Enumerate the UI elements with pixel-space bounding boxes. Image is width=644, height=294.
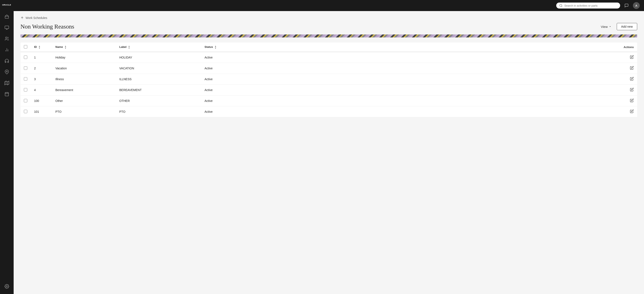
row-select-checkbox[interactable] — [24, 55, 27, 59]
users-icon — [4, 36, 9, 41]
table-row: 1 Holiday HOLIDAY Active — [20, 52, 637, 63]
col-header-checkbox — [20, 42, 31, 52]
name-sort-icon[interactable]: ▲▼ — [64, 45, 66, 49]
breadcrumb[interactable]: Work Schedules — [20, 16, 637, 19]
row-label: HOLIDAY — [116, 52, 201, 63]
col-header-label[interactable]: Label ▲▼ — [116, 42, 201, 52]
row-select-checkbox[interactable] — [24, 77, 27, 81]
row-checkbox-cell — [20, 85, 31, 96]
col-header-id[interactable]: ID ▲▼ — [31, 42, 52, 52]
row-label: ILLNESS — [116, 74, 201, 85]
edit-button[interactable] — [630, 56, 634, 60]
oracle-logo: ORACLE — [0, 0, 14, 10]
location-icon — [4, 70, 9, 74]
row-id: 100 — [31, 96, 52, 106]
row-id: 1 — [31, 52, 52, 63]
sidebar-nav — [0, 10, 14, 99]
row-checkbox-cell — [20, 63, 31, 74]
row-status: Active — [201, 85, 254, 96]
svg-line-19 — [562, 6, 562, 7]
row-label: PTO — [116, 106, 201, 117]
row-name: Bereavement — [52, 85, 116, 96]
main-area: A Work Schedules Non Working Reasons Vie… — [14, 0, 644, 294]
sidebar-item-home[interactable] — [2, 11, 12, 22]
svg-rect-1 — [5, 16, 9, 18]
row-select-checkbox[interactable] — [24, 88, 27, 92]
row-status: Active — [201, 96, 254, 106]
search-icon — [559, 4, 562, 7]
row-actions — [254, 106, 637, 117]
sidebar-item-monitor[interactable] — [2, 22, 12, 33]
table-row: 3 Illness ILLNESS Active — [20, 74, 637, 85]
search-input[interactable] — [564, 4, 617, 7]
edit-icon — [630, 99, 634, 102]
status-sort-icon[interactable]: ▲▼ — [214, 45, 216, 49]
row-id: 101 — [31, 106, 52, 117]
row-actions — [254, 74, 637, 85]
row-name: Other — [52, 96, 116, 106]
row-id: 2 — [31, 63, 52, 74]
row-label: OTHER — [116, 96, 201, 106]
table-row: 4 Bereavement BEREAVEMENT Active — [20, 85, 637, 96]
row-name: PTO — [52, 106, 116, 117]
oracle-logo-svg: ORACLE — [2, 3, 12, 7]
svg-point-18 — [560, 4, 562, 6]
col-header-name[interactable]: Name ▲▼ — [52, 42, 116, 52]
svg-marker-10 — [5, 81, 9, 85]
table-row: 2 Vacation VACATION Active — [20, 63, 637, 74]
table-header-row: ID ▲▼ Name ▲▼ Label ▲▼ Status — [20, 42, 637, 52]
svg-text:ORACLE: ORACLE — [2, 3, 11, 6]
edit-icon — [630, 109, 634, 113]
sidebar-item-chart[interactable] — [2, 45, 12, 55]
sidebar: ORACLE — [0, 0, 14, 294]
edit-button[interactable] — [630, 78, 634, 81]
avatar[interactable]: A — [633, 2, 640, 9]
sidebar-item-location[interactable] — [2, 67, 12, 77]
sidebar-item-settings[interactable] — [2, 281, 12, 292]
add-new-button[interactable]: Add new — [617, 23, 637, 30]
search-box[interactable] — [556, 2, 620, 8]
col-header-actions: Actions — [254, 42, 637, 52]
breadcrumb-label: Work Schedules — [26, 16, 47, 19]
row-status: Active — [201, 106, 254, 117]
sidebar-item-calendar[interactable] — [2, 89, 12, 99]
sidebar-item-headset[interactable] — [2, 56, 12, 66]
svg-point-17 — [6, 286, 8, 287]
row-actions — [254, 96, 637, 106]
row-id: 4 — [31, 85, 52, 96]
col-header-status[interactable]: Status ▲▼ — [201, 42, 254, 52]
headset-icon — [4, 58, 9, 63]
sidebar-item-map[interactable] — [2, 78, 12, 88]
row-select-checkbox[interactable] — [24, 110, 27, 113]
id-sort-icon[interactable]: ▲▼ — [38, 45, 40, 49]
row-checkbox-cell — [20, 96, 31, 106]
row-status: Active — [201, 63, 254, 74]
row-select-checkbox[interactable] — [24, 99, 27, 102]
view-button[interactable]: View — [598, 23, 614, 30]
messages-icon-button[interactable] — [623, 2, 630, 9]
row-label: BEREAVEMENT — [116, 85, 201, 96]
edit-button[interactable] — [630, 110, 634, 114]
label-sort-icon[interactable]: ▲▼ — [128, 45, 130, 49]
row-name: Holiday — [52, 52, 116, 63]
edit-icon — [630, 77, 634, 81]
table-body: 1 Holiday HOLIDAY Active 2 Vacation VACA… — [20, 52, 637, 117]
edit-icon — [630, 55, 634, 59]
select-all-checkbox[interactable] — [24, 45, 27, 48]
content-area: Work Schedules Non Working Reasons View … — [14, 11, 644, 294]
edit-button[interactable] — [630, 67, 634, 70]
edit-button[interactable] — [630, 89, 634, 92]
row-status: Active — [201, 52, 254, 63]
home-icon — [4, 14, 9, 19]
sidebar-item-users[interactable] — [2, 34, 12, 44]
page-header: Non Working Reasons View Add new — [20, 23, 637, 30]
row-actions — [254, 52, 637, 63]
row-actions — [254, 85, 637, 96]
svg-point-5 — [6, 37, 7, 38]
table-row: 100 Other OTHER Active — [20, 96, 637, 106]
row-id: 3 — [31, 74, 52, 85]
edit-button[interactable] — [630, 99, 634, 103]
row-select-checkbox[interactable] — [24, 66, 27, 70]
row-actions — [254, 63, 637, 74]
header-actions: View Add new — [598, 23, 637, 30]
